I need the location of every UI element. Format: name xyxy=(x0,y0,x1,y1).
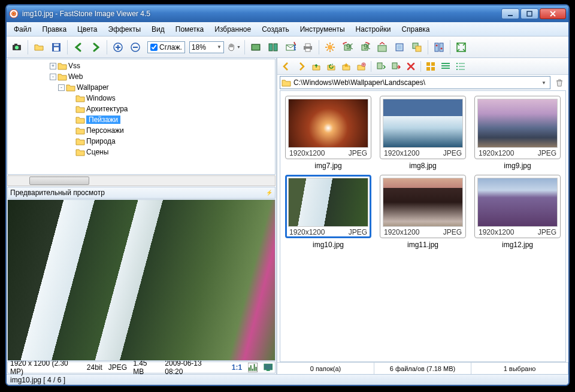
crop-button[interactable] xyxy=(392,39,407,55)
svg-rect-10 xyxy=(54,44,59,46)
save-button[interactable] xyxy=(49,39,64,55)
tree-item-label: Сцены xyxy=(86,148,108,156)
zoom-in-button[interactable] xyxy=(110,39,126,55)
nav-forward-button[interactable] xyxy=(295,60,308,73)
move-to-button[interactable] xyxy=(389,60,402,73)
hand-tool-button[interactable]: ▼ xyxy=(226,39,241,55)
open-button[interactable] xyxy=(31,39,47,55)
thumbnail[interactable]: 1920x1200JPEG img10.jpg xyxy=(285,175,371,249)
menu-item[interactable]: Файл xyxy=(9,23,37,35)
nav-favorite-button[interactable] xyxy=(340,60,353,73)
expander-icon[interactable]: + xyxy=(50,63,56,69)
adjust-light-button[interactable] xyxy=(322,39,338,55)
new-folder-button[interactable] xyxy=(355,60,368,73)
close-button[interactable] xyxy=(540,8,566,19)
email-button[interactable]: СВ xyxy=(283,39,298,55)
tree-item[interactable]: Пейзажи xyxy=(8,114,275,125)
rotate-right-button[interactable]: 90 xyxy=(357,39,373,55)
thumbnail-grid[interactable]: 1920x1200JPEG img7.jpg 1920x1200JPEG img… xyxy=(280,90,566,362)
tree-item[interactable]: Природа xyxy=(8,136,275,147)
svg-rect-15 xyxy=(269,44,273,51)
expander-icon[interactable]: - xyxy=(58,84,65,91)
tree-item-label: Пейзажи xyxy=(86,116,120,124)
svg-rect-42 xyxy=(377,63,382,69)
app-icon xyxy=(9,9,19,19)
smooth-checkbox[interactable]: Сглаж. xyxy=(147,41,185,53)
histogram-icon[interactable] xyxy=(248,363,257,372)
thumbnail-filename: img7.jpg xyxy=(285,162,371,170)
next-button[interactable] xyxy=(88,39,104,55)
svg-text:90: 90 xyxy=(364,42,370,51)
thumbnail[interactable]: 1920x1200JPEG img7.jpg xyxy=(285,96,371,170)
preview-collapse-icon[interactable]: ⚡ xyxy=(266,190,273,196)
copy-to-button[interactable] xyxy=(374,60,388,73)
menu-item[interactable]: Вид xyxy=(147,23,170,35)
tree-item[interactable]: Архитектура xyxy=(8,104,275,114)
path-field[interactable]: C:\Windows\Web\Wallpaper\Landscapes\ ▼ xyxy=(280,76,550,89)
thumbnail-format: JPEG xyxy=(443,149,462,157)
menu-item[interactable]: Справка xyxy=(397,23,434,35)
tree-item-label: Персонажи xyxy=(86,126,124,135)
menu-item[interactable]: Правка xyxy=(38,23,72,35)
recycle-bin-button[interactable] xyxy=(553,76,566,89)
expander-icon[interactable]: - xyxy=(50,74,56,80)
preview-size: 1.45 MB xyxy=(133,359,159,376)
nav-back-button[interactable] xyxy=(280,60,293,73)
preview-ratio-button[interactable]: 1:1 xyxy=(232,363,242,372)
view-thumbs-button[interactable] xyxy=(424,60,437,73)
minimize-button[interactable] xyxy=(501,8,519,19)
menu-item[interactable]: Цвета xyxy=(72,23,102,35)
thumbnail[interactable]: 1920x1200JPEG img12.jpg xyxy=(474,175,561,249)
path-dropdown-icon[interactable]: ▼ xyxy=(539,80,549,86)
acquire-button[interactable] xyxy=(9,39,25,55)
screen-icon[interactable] xyxy=(264,363,273,372)
tree-item[interactable]: Windows xyxy=(8,93,275,104)
settings-button[interactable] xyxy=(431,39,447,55)
tree-item[interactable]: +Vss xyxy=(8,60,275,71)
menu-item[interactable]: Эффекты xyxy=(104,23,146,35)
thumbnail[interactable]: 1920x1200JPEG img9.jpg xyxy=(474,96,561,170)
svg-rect-50 xyxy=(456,69,458,70)
svg-rect-28 xyxy=(378,45,386,51)
compare-button[interactable] xyxy=(265,39,281,55)
nav-up-button[interactable] xyxy=(310,60,323,73)
menu-item[interactable]: Пометка xyxy=(171,23,209,35)
preview-pane[interactable] xyxy=(7,199,276,361)
view-details-button[interactable] xyxy=(439,60,452,73)
title-bar[interactable]: img10.jpg - FastStone Image Viewer 4.5 xyxy=(7,5,568,22)
svg-rect-45 xyxy=(431,62,435,66)
smooth-label: Сглаж. xyxy=(159,43,182,51)
tree-item[interactable]: Сцены xyxy=(8,147,275,157)
folder-tree[interactable]: +Vss-Web-WallpaperWindowsАрхитектураПейз… xyxy=(7,59,276,175)
tree-item[interactable]: -Web xyxy=(8,71,275,82)
menu-item[interactable]: Избранное xyxy=(210,23,256,35)
menu-item[interactable]: Инструменты xyxy=(295,23,350,35)
clone-button[interactable] xyxy=(409,39,425,55)
thumbnail-resolution: 1920x1200 xyxy=(289,149,325,157)
zoom-value: 18% xyxy=(192,43,206,51)
print-button[interactable] xyxy=(300,39,316,55)
tree-item[interactable]: Персонажи xyxy=(8,125,275,136)
rotate-left-button[interactable]: 90 xyxy=(340,39,355,55)
tree-item-label: Vss xyxy=(68,62,80,70)
svg-point-23 xyxy=(328,45,332,50)
view-list-button[interactable] xyxy=(454,60,467,73)
fullscreen-button[interactable] xyxy=(453,39,469,55)
menu-item[interactable]: Создать xyxy=(257,23,294,35)
resize-button[interactable] xyxy=(374,39,390,55)
preview-depth: 24bit xyxy=(87,363,102,372)
tree-item[interactable]: -Wallpaper xyxy=(8,82,275,93)
zoom-out-button[interactable] xyxy=(128,39,143,55)
slideshow-button[interactable] xyxy=(248,39,264,55)
tree-item-label: Архитектура xyxy=(86,105,128,113)
prev-button[interactable] xyxy=(71,39,86,55)
thumbnail[interactable]: 1920x1200JPEG img11.jpg xyxy=(380,175,466,249)
nav-refresh-button[interactable] xyxy=(325,60,338,73)
maximize-button[interactable] xyxy=(520,8,538,19)
status-files: 6 файла/ов (7.18 MB) xyxy=(374,363,471,374)
thumbnail[interactable]: 1920x1200JPEG img8.jpg xyxy=(380,96,466,170)
delete-button[interactable] xyxy=(404,60,417,73)
tree-h-scrollbar[interactable] xyxy=(7,175,276,186)
menu-item[interactable]: Настройки xyxy=(351,23,396,35)
zoom-combo[interactable]: 18%▼ xyxy=(189,41,224,53)
